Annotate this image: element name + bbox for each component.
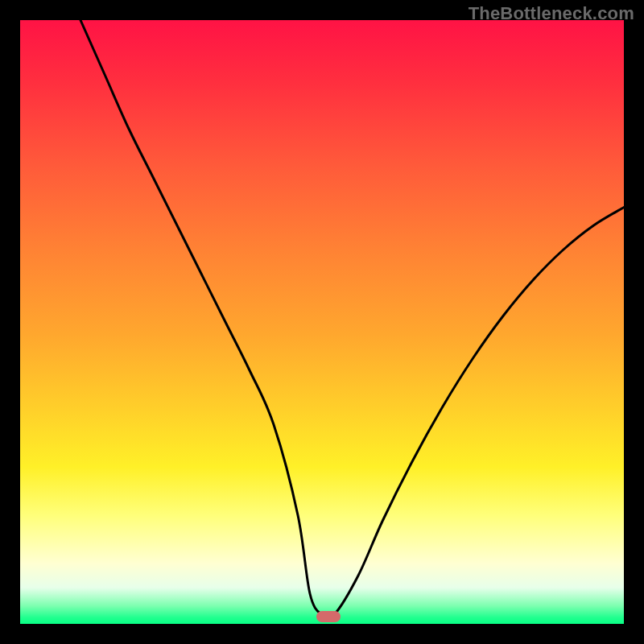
watermark-text: TheBottleneck.com [469,3,634,24]
curve-svg [20,20,624,624]
chart-frame: TheBottleneck.com [0,0,644,644]
bottleneck-curve-path [80,20,624,619]
plot-area [20,20,624,624]
optimal-marker [316,611,341,622]
